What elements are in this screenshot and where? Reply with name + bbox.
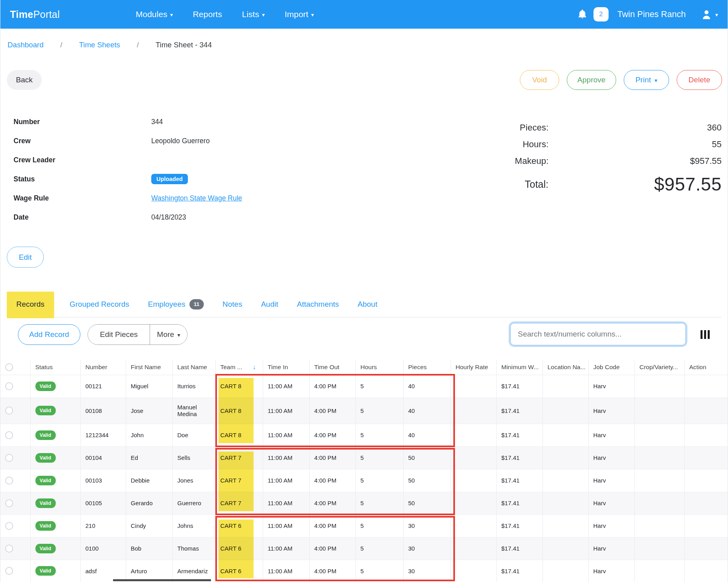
approve-button[interactable]: Approve (567, 70, 616, 90)
col-time-out[interactable]: Time Out (309, 360, 355, 375)
cell-location-name (543, 492, 588, 514)
navbar-right: 2 Twin Pines Ranch ▾ (578, 0, 718, 29)
table-row[interactable]: Valid 00103 Debbie Jones CART 7 11:00 AM… (0, 469, 728, 492)
table-row[interactable]: Valid 210 Cindy Johns CART 6 11:00 AM 4:… (0, 514, 728, 537)
cell-job-code: Harv (588, 446, 634, 469)
row-checkbox[interactable] (5, 407, 13, 415)
cell-team: CART 8 (215, 375, 263, 397)
logo-bold: Time (10, 9, 33, 20)
row-checkbox[interactable] (5, 499, 13, 507)
select-all-checkbox[interactable] (5, 363, 13, 371)
summary-pieces-label: Pieces: (430, 123, 548, 133)
add-record-button[interactable]: Add Record (18, 324, 80, 345)
status-badge: Uploaded (151, 174, 188, 184)
col-time-in[interactable]: Time In (263, 360, 309, 375)
cell-job-code: Harv (588, 375, 634, 397)
breadcrumb-dashboard[interactable]: Dashboard (8, 41, 44, 49)
cell-time-out: 4:00 PM (309, 446, 355, 469)
row-checkbox[interactable] (5, 477, 13, 485)
col-job-code[interactable]: Job Code (588, 360, 634, 375)
table-row[interactable]: Valid 00121 Miguel Iturrios CART 8 11:00… (0, 375, 728, 397)
col-hourly-rate[interactable]: Hourly Rate (451, 360, 496, 375)
column-chooser-icon[interactable] (701, 330, 711, 339)
menu-import[interactable]: Import ▾ (285, 10, 314, 19)
col-hours[interactable]: Hours (355, 360, 403, 375)
tab-audit[interactable]: Audit (261, 300, 278, 309)
cell-hourly-rate (451, 469, 496, 492)
cell-minimum-wage: $17.41 (496, 397, 543, 424)
tab-records[interactable]: Records (7, 292, 54, 317)
menu-reports[interactable]: Reports (193, 10, 222, 19)
row-checkbox[interactable] (5, 431, 13, 439)
row-checkbox-cell (0, 469, 30, 492)
row-checkbox[interactable] (5, 567, 13, 575)
edit-pieces-button[interactable]: Edit Pieces (88, 325, 150, 345)
cell-pieces: 50 (403, 492, 451, 514)
menu-lists[interactable]: Lists ▾ (242, 10, 265, 19)
cell-first-name: Ed (126, 446, 172, 469)
row-checkbox[interactable] (5, 382, 13, 390)
cell-job-code: Harv (588, 492, 634, 514)
col-first-name[interactable]: First Name (126, 360, 172, 375)
col-last-name[interactable]: Last Name (172, 360, 215, 375)
table-row[interactable]: Valid 00108 Jose Manuel Medina CART 8 11… (0, 397, 728, 424)
edit-button[interactable]: Edit (7, 247, 44, 268)
cell-last-name: Thomas (172, 537, 215, 560)
cell-minimum-wage: $17.41 (496, 375, 543, 397)
summary-hours: Hours: 55 (430, 139, 722, 156)
col-team[interactable]: Team ...↓ (215, 360, 263, 375)
row-checkbox-cell (0, 424, 30, 446)
cell-pieces: 50 (403, 469, 451, 492)
records-toolbar: Add Record Edit Pieces More ▾ (18, 324, 187, 345)
back-button[interactable]: Back (7, 70, 42, 90)
table-row[interactable]: Valid adsf Arturo Armendariz CART 6 11:0… (0, 560, 728, 582)
valid-badge: Valid (35, 476, 56, 485)
tab-about[interactable]: About (358, 300, 378, 309)
col-location-name[interactable]: Location Na... (543, 360, 588, 375)
wage-rule-link[interactable]: Washington State Wage Rule (151, 194, 242, 202)
col-crop-variety[interactable]: Crop/Variety... (634, 360, 684, 375)
col-pieces[interactable]: Pieces (403, 360, 451, 375)
cell-last-name: Doe (172, 424, 215, 446)
print-button[interactable]: Print ▾ (624, 70, 669, 90)
table-row[interactable]: Valid 0100 Bob Thomas CART 6 11:00 AM 4:… (0, 537, 728, 560)
row-checkbox[interactable] (5, 454, 13, 462)
valid-badge: Valid (35, 544, 56, 553)
cell-location-name (543, 375, 588, 397)
col-number[interactable]: Number (80, 360, 126, 375)
col-action[interactable]: Action (684, 360, 728, 375)
table-row[interactable]: Valid 00105 Gerardo Guerrero CART 7 11:0… (0, 492, 728, 514)
horizontal-scrollbar-thumb[interactable] (113, 579, 211, 581)
breadcrumb-separator: / (137, 41, 139, 49)
table-row[interactable]: Valid 00104 Ed Sells CART 7 11:00 AM 4:0… (0, 446, 728, 469)
delete-button[interactable]: Delete (677, 70, 722, 90)
search-input[interactable] (510, 323, 686, 345)
field-date: Date 04/18/2023 (14, 208, 242, 227)
row-checkbox[interactable] (5, 522, 13, 530)
tab-grouped-records[interactable]: Grouped Records (70, 300, 129, 309)
summary-makeup: Makeup: $957.55 (430, 156, 722, 173)
cell-number: adsf (80, 560, 126, 582)
row-checkbox-cell (0, 560, 30, 582)
app-logo[interactable]: TimePortal (10, 0, 60, 29)
row-checkbox[interactable] (5, 545, 13, 553)
table-row[interactable]: Valid 1212344 John Doe CART 8 11:00 AM 4… (0, 424, 728, 446)
menu-modules[interactable]: Modules ▾ (136, 10, 173, 19)
col-minimum-wage[interactable]: Minimum W... (496, 360, 543, 375)
tab-attachments[interactable]: Attachments (297, 300, 339, 309)
breadcrumb-time-sheets[interactable]: Time Sheets (79, 41, 120, 49)
caret-down-icon: ▾ (655, 78, 658, 83)
more-button[interactable]: More ▾ (150, 325, 187, 345)
summary-total-label: Total: (430, 179, 548, 190)
cell-status: Valid (30, 397, 80, 424)
cell-crop-variety (634, 424, 684, 446)
cell-last-name: Armendariz (172, 560, 215, 582)
user-menu[interactable]: ▾ (701, 9, 718, 20)
tab-employees[interactable]: Employees 11 (148, 299, 204, 309)
cell-minimum-wage: $17.41 (496, 537, 543, 560)
col-status[interactable]: Status (30, 360, 80, 375)
void-button[interactable]: Void (520, 70, 559, 90)
bell-icon[interactable] (578, 9, 587, 19)
valid-badge: Valid (35, 453, 56, 463)
tab-notes[interactable]: Notes (222, 300, 242, 309)
